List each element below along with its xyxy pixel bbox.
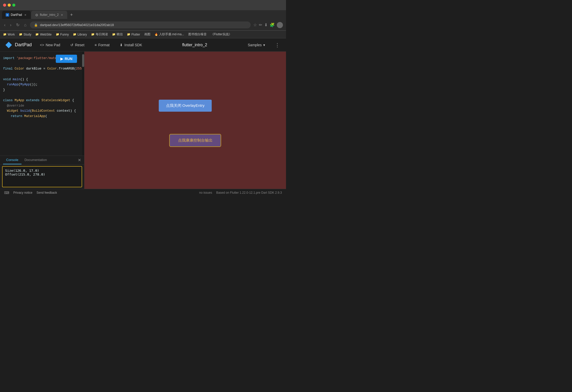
install-sdk-button[interactable]: ⬇ Install SDK (118, 41, 144, 49)
download-icon: ⬇ (120, 43, 123, 47)
home-button[interactable]: ⌂ (23, 22, 28, 28)
console-close-button[interactable]: ✕ (78, 158, 81, 163)
tab-flutter-close[interactable]: ✕ (60, 13, 64, 17)
install-sdk-label: Install SDK (124, 43, 142, 47)
bookmark-website-label: WebSite (40, 33, 51, 36)
format-button[interactable]: ≡ Format (93, 41, 112, 49)
maximize-button[interactable] (12, 4, 15, 7)
code-icon: <> (40, 43, 44, 47)
project-name: flutter_intro_2 (182, 43, 207, 47)
bookmark-xiaoxin-label: 晓信 (117, 32, 123, 37)
close-button[interactable] (3, 4, 6, 7)
sdk-info: Based on Flutter 1.22.0-12.1.pre Dart SD… (216, 191, 282, 194)
bookmark-library-noise[interactable]: 图书馆白噪音 (188, 32, 207, 37)
bookmark-study[interactable]: 📁 Study (19, 33, 31, 36)
scrollbar-track[interactable] (82, 52, 84, 156)
console-tab[interactable]: Console (3, 156, 21, 164)
folder-icon: 📁 (127, 33, 130, 36)
privacy-notice-link[interactable]: Privacy notice (13, 191, 32, 194)
url-bar[interactable]: 🔒 dartpad.dev/13eff56072bf9a04021e31da20… (30, 21, 251, 28)
folder-icon: 📁 (112, 33, 116, 36)
folder-icon: 📁 (19, 33, 23, 36)
pencil-icon[interactable]: ✏ (259, 22, 262, 27)
traffic-lights (3, 4, 15, 7)
folder-icon: 📁 (91, 33, 95, 36)
bookmark-website[interactable]: 📁 WebSite (35, 33, 51, 36)
reload-button[interactable]: ↻ (15, 21, 20, 28)
console-output-label: 点我康康控制台输出 (178, 138, 213, 142)
bookmark-icon[interactable]: ☆ (253, 22, 257, 27)
code-line-7: } (3, 87, 81, 93)
documentation-tab-label: Documentation (25, 158, 47, 162)
bookmark-daily-label: 每日阅读 (96, 32, 108, 37)
samples-label: Samples (248, 43, 262, 47)
extensions-icon[interactable]: 🧩 (270, 22, 275, 27)
new-pad-button[interactable]: <> New Pad (38, 41, 62, 49)
overlay-close-label: 点我关闭 OverlayEntry (166, 103, 205, 108)
chevron-down-icon: ▾ (263, 43, 265, 47)
dartpad-header: DartPad <> New Pad ↺ Reset ≡ Format ⬇ In… (0, 38, 286, 52)
console-panel: Console Documentation ✕ Size(126.0, 17.0… (0, 156, 84, 189)
tab-flutter-intro[interactable]: ⊙ flutter_intro_2 ✕ (31, 11, 67, 19)
dartpad-logo: DartPad (5, 41, 32, 49)
status-bar: ⌨ Privacy notice Send feedback no issues… (0, 189, 286, 196)
bookmark-library-label: Library (78, 33, 87, 36)
run-label: RUN (65, 57, 72, 61)
bookmark-flutter[interactable]: 📁 Flutter (127, 33, 140, 36)
bookmark-flutter-book[interactable]: 《Flutter实战》 (211, 32, 232, 37)
console-output: Size(126.0, 17.0) Offset(215.0, 278.0) (2, 166, 82, 187)
bookmark-library[interactable]: 📁 Library (73, 33, 87, 36)
code-line-3: final Color darkBlue = Color.fromARGB(25… (3, 66, 81, 72)
code-line-5: void main() { (3, 77, 81, 82)
code-line-6: runApp(MyApp()); (3, 82, 81, 87)
send-feedback-link[interactable]: Send feedback (37, 191, 57, 194)
console-tab-bar: Console Documentation ✕ (0, 156, 84, 165)
reset-icon: ↺ (70, 43, 73, 47)
editor-panel: import 'package:flutter/material.dart'; … (0, 52, 84, 189)
more-icon: ⋮ (275, 42, 280, 48)
console-tab-label: Console (6, 158, 18, 162)
run-icon: ▶ (60, 57, 63, 61)
bookmark-handbook[interactable]: 🔥 入职手册.md·ma... (155, 32, 184, 37)
bookmark-work[interactable]: 📁 Work (3, 33, 15, 36)
code-editor[interactable]: import 'package:flutter/material.dart'; … (0, 52, 84, 156)
reset-label: Reset (75, 43, 84, 47)
samples-button[interactable]: Samples ▾ (245, 41, 268, 49)
title-bar (0, 0, 286, 10)
no-issues-status: no issues (199, 191, 212, 194)
new-pad-label: New Pad (46, 43, 60, 47)
dart-logo-icon (5, 41, 12, 49)
console-output-button[interactable]: 点我康康控制台输出 (169, 134, 221, 147)
more-options-button[interactable]: ⋮ (274, 41, 281, 49)
overlay-close-button[interactable]: 点我关闭 OverlayEntry (159, 100, 212, 112)
bookmark-funny[interactable]: 📁 Funny (56, 33, 69, 36)
back-button[interactable]: ‹ (3, 22, 6, 28)
dart-tab-icon: D (6, 13, 9, 17)
bookmark-flutter-label: Flutter (131, 33, 140, 36)
download-icon[interactable]: ⬇ (264, 22, 268, 27)
bookmark-daily-read[interactable]: 📁 每日阅读 (91, 32, 108, 37)
tab-dartpad-label: DartPad (11, 13, 22, 17)
forward-button[interactable]: › (9, 22, 12, 28)
url-text: dartpad.dev/13eff56072bf9a04021e31da20f2… (40, 23, 114, 27)
new-tab-button[interactable]: + (68, 11, 75, 18)
run-button[interactable]: ▶ RUN (56, 55, 77, 63)
documentation-tab[interactable]: Documentation (21, 156, 50, 164)
tab-dartpad-close[interactable]: ✕ (24, 13, 27, 17)
bookmarks-bar: 📁 Work 📁 Study 📁 WebSite 📁 Funny 📁 Libra… (0, 31, 286, 38)
avatar[interactable] (277, 22, 283, 28)
tab-bar: D DartPad ✕ ⊙ flutter_intro_2 ✕ + (0, 10, 286, 19)
bookmark-flutter-book-label: 《Flutter实战》 (211, 32, 232, 37)
code-line-9: class MyApp extends StatelessWidget { (3, 98, 81, 103)
bookmark-funny-label: Funny (60, 33, 69, 36)
tab-dartpad[interactable]: D DartPad ✕ (2, 11, 31, 19)
bookmark-xiaoxin[interactable]: 📁 晓信 (112, 32, 123, 37)
bookmark-paint[interactable]: 画图 (144, 32, 150, 37)
bookmark-paint-label: 画图 (144, 32, 150, 37)
minimize-button[interactable] (8, 4, 11, 7)
reset-button[interactable]: ↺ Reset (68, 41, 86, 49)
bookmark-study-label: Study (24, 33, 31, 36)
scrollbar-thumb[interactable] (82, 54, 84, 67)
format-icon: ≡ (95, 43, 97, 47)
folder-icon: 📁 (73, 33, 76, 36)
